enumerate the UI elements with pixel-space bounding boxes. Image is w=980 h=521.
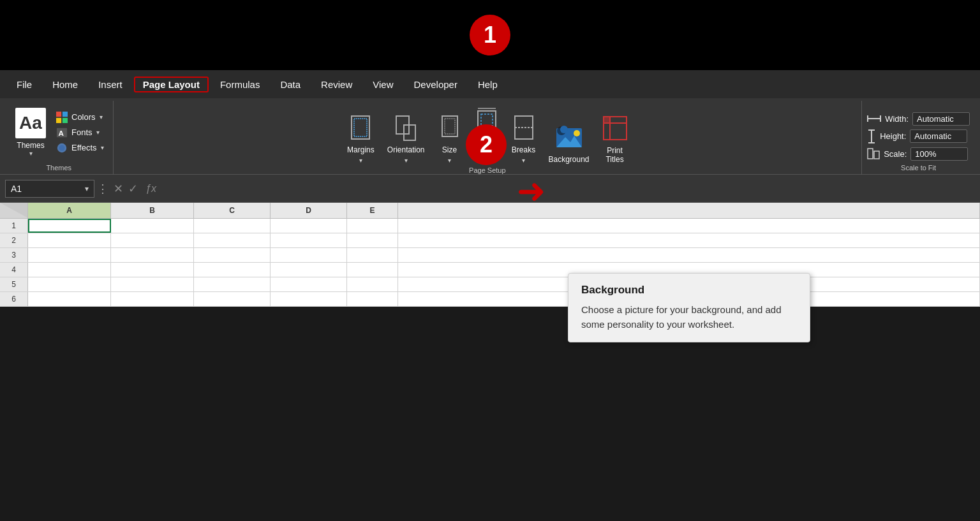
ribbon-group-scale: Width: Height:	[862, 101, 975, 174]
col-header-c[interactable]: C	[194, 203, 271, 218]
col-header-a[interactable]: A	[28, 203, 111, 218]
menu-home[interactable]: Home	[43, 77, 87, 92]
formula-fx-icon[interactable]: ƒx	[145, 183, 156, 194]
cell-e6[interactable]	[347, 292, 398, 306]
cell-c5[interactable]	[194, 277, 271, 291]
cell-c1[interactable]	[194, 219, 271, 233]
svg-rect-27	[604, 117, 610, 123]
cell-e3[interactable]	[347, 248, 398, 262]
cell-e4[interactable]	[347, 263, 398, 277]
cell-c3[interactable]	[194, 248, 271, 262]
corner-cell	[0, 203, 28, 218]
formula-more-icon[interactable]: ⋮	[97, 182, 108, 196]
cell-a6[interactable]	[28, 292, 111, 306]
width-input[interactable]	[912, 112, 970, 126]
menu-formulas[interactable]: Formulas	[211, 77, 269, 92]
fonts-chevron: ▾	[96, 129, 100, 136]
menu-view[interactable]: View	[364, 77, 402, 92]
cell-e1[interactable]	[347, 219, 398, 233]
effects-button[interactable]: Effects ▾	[52, 141, 108, 155]
formula-confirm-icon[interactable]: ✓	[128, 182, 138, 196]
height-row: Height:	[867, 129, 967, 143]
effects-label: Effects	[71, 143, 97, 152]
col-header-more	[398, 203, 980, 218]
fonts-label: Fonts	[71, 128, 93, 137]
menu-data[interactable]: Data	[271, 77, 309, 92]
background-button[interactable]: Background	[544, 122, 595, 166]
svg-rect-0	[56, 112, 61, 117]
colors-button[interactable]: Colors ▾	[52, 110, 108, 124]
select-all-icon[interactable]	[0, 203, 28, 218]
cell-b1[interactable]	[111, 219, 194, 233]
height-label: Height:	[880, 131, 906, 141]
column-headers: A B C D E	[0, 203, 980, 219]
cell-d5[interactable]	[271, 277, 347, 291]
colors-icon	[56, 112, 68, 123]
name-box[interactable]: A1 ▾	[5, 180, 94, 198]
svg-point-7	[59, 145, 65, 150]
row-num-5: 5	[0, 277, 28, 291]
cell-b3[interactable]	[111, 248, 194, 262]
menu-developer[interactable]: Developer	[405, 77, 466, 92]
col-header-b[interactable]: B	[111, 203, 194, 218]
size-button[interactable]: Size ▾	[433, 112, 467, 166]
menu-file[interactable]: File	[8, 77, 41, 92]
formula-input[interactable]	[159, 184, 975, 194]
svg-point-21	[574, 130, 580, 136]
height-input[interactable]	[910, 129, 967, 143]
cell-a5[interactable]	[28, 277, 111, 291]
step2-badge: 2	[466, 124, 507, 165]
row-4: 4	[0, 263, 980, 277]
svg-rect-13	[445, 119, 455, 134]
cell-d3[interactable]	[271, 248, 347, 262]
svg-point-23	[560, 126, 568, 133]
cell-a1[interactable]	[28, 219, 111, 233]
menu-page-layout[interactable]: Page Layout	[134, 77, 209, 92]
cell-d2[interactable]	[271, 233, 347, 247]
cell-c6[interactable]	[194, 292, 271, 306]
menu-insert[interactable]: Insert	[89, 77, 131, 92]
formula-bar: A1 ▾ ⋮ ✕ ✓ ƒx	[0, 175, 980, 203]
orientation-button[interactable]: Orientation ▾	[382, 112, 430, 166]
col-header-e[interactable]: E	[347, 203, 398, 218]
effects-chevron: ▾	[101, 144, 104, 151]
margins-button[interactable]: Margins ▾	[342, 112, 380, 166]
name-box-value: A1	[11, 184, 22, 194]
cell-rest-1	[398, 219, 980, 233]
cell-a3[interactable]	[28, 248, 111, 262]
breaks-button[interactable]: Breaks ▾	[507, 112, 541, 166]
col-header-d[interactable]: D	[271, 203, 347, 218]
print-titles-button[interactable]: Print Titles	[597, 113, 633, 166]
width-label: Width:	[885, 114, 909, 124]
cell-b5[interactable]	[111, 277, 194, 291]
cell-d1[interactable]	[271, 219, 347, 233]
menu-bar: File Home Insert Page Layout Formulas Da…	[0, 70, 980, 98]
menu-help[interactable]: Help	[469, 77, 507, 92]
cell-e5[interactable]	[347, 277, 398, 291]
cell-d4[interactable]	[271, 263, 347, 277]
background-icon	[555, 124, 583, 152]
width-icon	[867, 114, 881, 123]
cell-a4[interactable]	[28, 263, 111, 277]
cell-b6[interactable]	[111, 292, 194, 306]
cell-b2[interactable]	[111, 233, 194, 247]
cell-c4[interactable]	[194, 263, 271, 277]
fonts-button[interactable]: A Fonts ▾	[52, 126, 108, 140]
width-row: Width:	[867, 112, 970, 126]
cell-a2[interactable]	[28, 233, 111, 247]
row-num-3: 3	[0, 248, 28, 262]
cell-e2[interactable]	[347, 233, 398, 247]
themes-button[interactable]: Aa Themes ▾	[10, 105, 51, 159]
scale-input[interactable]	[910, 147, 968, 161]
formula-cancel-icon[interactable]: ✕	[114, 182, 123, 196]
size-chevron: ▾	[448, 157, 451, 164]
orientation-icon	[394, 115, 417, 143]
cell-c2[interactable]	[194, 233, 271, 247]
cell-b4[interactable]	[111, 263, 194, 277]
menu-review[interactable]: Review	[312, 77, 361, 92]
scale-label: Scale:	[884, 149, 907, 159]
step1-badge: 1	[470, 15, 510, 55]
breaks-chevron: ▾	[522, 157, 525, 164]
cell-d6[interactable]	[271, 292, 347, 306]
cell-rest-3	[398, 248, 980, 262]
